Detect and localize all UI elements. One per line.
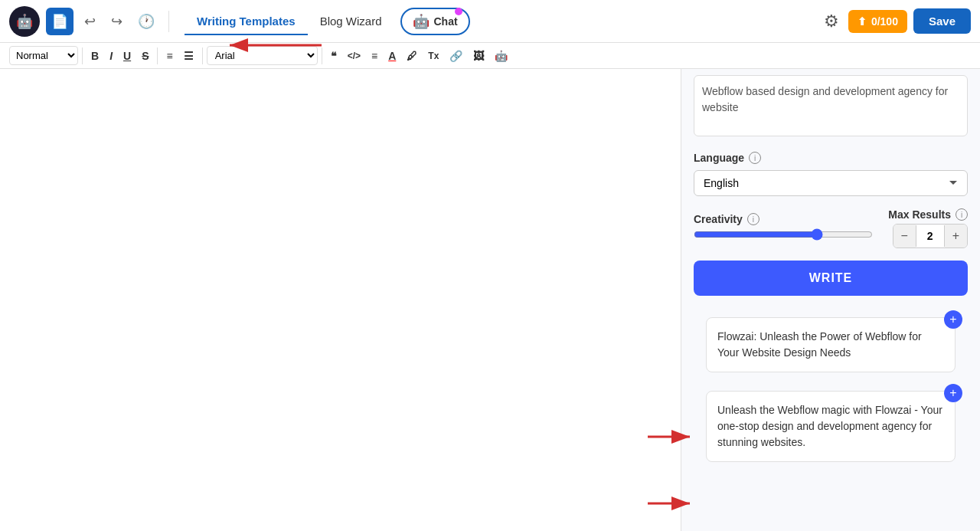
chat-icon: 🤖: [413, 13, 430, 30]
write-button[interactable]: WRITE: [694, 261, 968, 296]
font-select[interactable]: Arial Times New Roman Georgia: [207, 46, 318, 65]
unordered-list-button[interactable]: ☰: [179, 47, 198, 65]
chat-button[interactable]: 🤖 Chat: [400, 8, 470, 35]
result-1-text: Flowzai: Unleash the Power of Webflow fo…: [717, 330, 922, 359]
result-2-text: Unleash the Webflow magic with Flowzai -…: [717, 404, 942, 448]
toolbar-divider-4: [322, 48, 322, 64]
max-results-label: Max Results: [888, 208, 951, 221]
controls-row: Creativity i Max Results i − 2: [694, 208, 968, 248]
image-button[interactable]: 🖼: [469, 47, 488, 65]
undo-button[interactable]: ↩: [80, 10, 100, 33]
code-button[interactable]: </>: [343, 48, 365, 64]
creativity-slider[interactable]: [694, 228, 873, 241]
result-card-1-wrapper: + Flowzai: Unleash the Power of Webflow …: [694, 313, 968, 377]
chat-dot: [455, 8, 462, 15]
language-info-icon[interactable]: i: [749, 152, 761, 164]
main-content: Webflow based design and development age…: [0, 69, 980, 531]
creativity-info-icon[interactable]: i: [747, 213, 760, 225]
decrease-results-button[interactable]: −: [893, 225, 916, 247]
italic-button[interactable]: I: [105, 47, 117, 65]
ordered-list-button[interactable]: ≡: [162, 47, 177, 65]
slider-container: [694, 228, 873, 244]
save-button[interactable]: Save: [913, 8, 971, 34]
usage-label: 0/100: [871, 15, 898, 28]
max-results-counter: − 2 +: [893, 224, 968, 248]
redo-button[interactable]: ↪: [106, 10, 127, 33]
usage-button[interactable]: ⬆ 0/100: [848, 10, 907, 33]
creativity-label-row: Creativity i: [694, 213, 873, 225]
chat-label: Chat: [434, 15, 458, 28]
add-result-2-button[interactable]: +: [944, 384, 962, 402]
upload-icon: ⬆: [858, 15, 867, 28]
ai-button[interactable]: 🤖: [490, 47, 512, 65]
language-label-row: Language i: [694, 152, 968, 164]
editor-area[interactable]: [0, 69, 681, 531]
blog-wizard-tab[interactable]: Blog Wizard: [308, 8, 394, 34]
creativity-group: Creativity i: [694, 213, 873, 244]
input-textarea[interactable]: Webflow based design and development age…: [694, 75, 968, 136]
blockquote-button[interactable]: ❝: [326, 47, 341, 65]
result-card-2: + Unleash the Webflow magic with Flowzai…: [706, 391, 956, 462]
result-card-2-wrapper: + Unleash the Webflow magic with Flowzai…: [694, 386, 968, 467]
align-button[interactable]: ≡: [367, 47, 382, 65]
writing-templates-tab[interactable]: Writing Templates: [185, 8, 308, 34]
doc-button[interactable]: 📄: [46, 8, 74, 35]
toolbar-divider-1: [82, 48, 83, 64]
nav-tabs: Writing Templates Blog Wizard: [185, 8, 394, 34]
toolbar-divider-3: [202, 48, 203, 64]
link-button[interactable]: 🔗: [445, 47, 467, 65]
increase-results-button[interactable]: +: [945, 225, 967, 247]
highlight-button[interactable]: 🖊: [402, 47, 422, 65]
creativity-label: Creativity: [694, 213, 743, 225]
max-results-group: Max Results i − 2 +: [888, 208, 968, 248]
language-select-wrapper: English Spanish French German: [694, 170, 968, 196]
controls-section: Creativity i Max Results i − 2: [681, 202, 980, 257]
language-label: Language: [694, 152, 744, 164]
result-card-1: + Flowzai: Unleash the Power of Webflow …: [706, 317, 956, 372]
settings-button[interactable]: ⚙: [821, 8, 842, 34]
max-results-info-icon[interactable]: i: [956, 208, 968, 221]
history-button[interactable]: 🕐: [133, 10, 159, 33]
clear-format-button[interactable]: Tx: [423, 48, 443, 64]
formatting-toolbar: Normal Heading 1 Heading 2 B I U S ≡ ☰ A…: [0, 43, 980, 69]
toolbar-divider-2: [157, 48, 158, 64]
top-nav: 🤖 📄 ↩ ↪ 🕐 Writing Templates Blog Wizard …: [0, 0, 980, 43]
underline-button[interactable]: U: [119, 47, 136, 65]
language-select[interactable]: English Spanish French German: [694, 170, 968, 196]
nav-divider-1: [168, 11, 169, 32]
app-logo: 🤖: [9, 6, 40, 37]
max-results-value: 2: [916, 225, 945, 247]
right-panel: Webflow based design and development age…: [681, 69, 980, 531]
strikethrough-button[interactable]: S: [137, 47, 153, 65]
text-color-button[interactable]: A: [384, 47, 400, 65]
add-result-1-button[interactable]: +: [944, 310, 962, 329]
max-results-label-row: Max Results i: [888, 208, 968, 221]
text-style-select[interactable]: Normal Heading 1 Heading 2: [9, 46, 78, 65]
language-section: Language i English Spanish French German: [681, 143, 980, 202]
bold-button[interactable]: B: [87, 47, 103, 65]
